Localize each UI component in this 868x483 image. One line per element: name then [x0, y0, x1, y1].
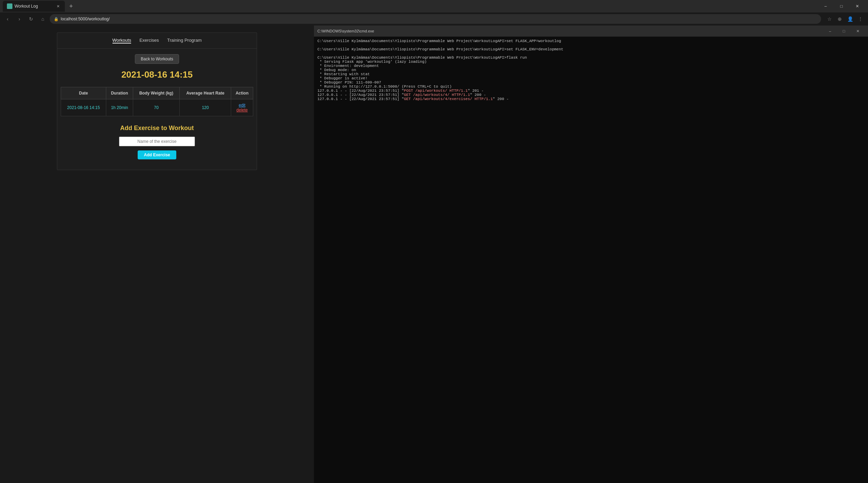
workout-table: Date Duration Body Weight (kg) Average H… — [61, 87, 253, 116]
app-nav: Workouts Exercises Training Program — [57, 33, 257, 49]
col-header-avg-heart-rate: Average Heart Rate — [180, 87, 231, 99]
active-tab[interactable]: Workout Log ✕ — [3, 1, 65, 12]
terminal-win-controls: – □ ✕ — [823, 27, 865, 35]
table-row: 2021-08-16 14:15 1h 20min 70 120 edit de… — [61, 99, 253, 116]
cell-avg-heart-rate: 120 — [180, 99, 231, 116]
address-bar-row: ‹ › ↻ ⌂ 🔒 localhost:5000/workoutlog/ ☆ ⊕… — [0, 12, 868, 26]
tab-title: Workout Log — [14, 4, 38, 9]
browser-chrome: Workout Log ✕ + – □ ✕ ‹ › ↻ ⌂ 🔒 localhos… — [0, 0, 868, 26]
cell-body-weight: 70 — [133, 99, 179, 116]
cell-date: 2021-08-16 14:15 — [61, 99, 106, 116]
workout-title: 2021-08-16 14:15 — [57, 69, 257, 80]
cell-action: edit delete — [231, 99, 253, 116]
terminal-title-bar: C:\WINDOWS\system32\cmd.exe – □ ✕ — [314, 26, 868, 37]
exercise-name-input[interactable] — [119, 137, 195, 146]
address-actions: ☆ ⊕ 👤 ⋮ — [825, 14, 865, 24]
edit-link[interactable]: edit — [234, 103, 250, 108]
window-controls: – □ ✕ — [818, 0, 865, 12]
nav-exercises[interactable]: Exercises — [139, 38, 159, 43]
terminal-section: C:\WINDOWS\system32\cmd.exe – □ ✕ C:\Use… — [314, 26, 868, 483]
profile-button[interactable]: 👤 — [845, 14, 855, 24]
tab-close-button[interactable]: ✕ — [55, 3, 61, 9]
main-layout: Workouts Exercises Training Program Back… — [0, 26, 868, 483]
terminal-output: C:\Users\Ville Kylmämaa\Documents\Yliopi… — [314, 37, 868, 483]
back-to-workouts-button[interactable]: Back to Workouts — [135, 54, 179, 64]
forward-nav-button[interactable]: › — [14, 14, 24, 24]
terminal-close[interactable]: ✕ — [851, 27, 865, 35]
tab-favicon — [7, 3, 12, 9]
menu-button[interactable]: ⋮ — [856, 14, 865, 24]
new-tab-button[interactable]: + — [66, 1, 76, 11]
add-exercise-button[interactable]: Add Exercise — [138, 150, 176, 159]
col-header-body-weight: Body Weight (kg) — [133, 87, 179, 99]
tab-bar: Workout Log ✕ + – □ ✕ — [0, 0, 868, 12]
col-header-date: Date — [61, 87, 106, 99]
home-button[interactable]: ⌂ — [38, 14, 48, 24]
col-header-duration: Duration — [106, 87, 133, 99]
cell-duration: 1h 20min — [106, 99, 133, 116]
minimize-button[interactable]: – — [818, 0, 834, 12]
url-text: localhost:5000/workoutlog/ — [61, 17, 110, 21]
delete-link[interactable]: delete — [234, 108, 250, 112]
add-exercise-title: Add Exercise to Workout — [57, 125, 257, 132]
col-header-action: Action — [231, 87, 253, 99]
browser-content: Workouts Exercises Training Program Back… — [0, 26, 314, 483]
extensions-button[interactable]: ⊕ — [835, 14, 845, 24]
app-container: Workouts Exercises Training Program Back… — [57, 32, 257, 170]
nav-training-program[interactable]: Training Program — [167, 38, 202, 43]
terminal-minimize[interactable]: – — [823, 27, 837, 35]
bookmark-button[interactable]: ☆ — [825, 14, 834, 24]
nav-workouts[interactable]: Workouts — [112, 38, 131, 43]
terminal-title: C:\WINDOWS\system32\cmd.exe — [317, 29, 374, 33]
back-nav-button[interactable]: ‹ — [3, 14, 12, 24]
address-bar[interactable]: 🔒 localhost:5000/workoutlog/ — [50, 14, 821, 24]
terminal-maximize[interactable]: □ — [837, 27, 851, 35]
table-header-row: Date Duration Body Weight (kg) Average H… — [61, 87, 253, 99]
add-exercise-section: Add Exercise to Workout Add Exercise — [57, 125, 257, 159]
refresh-button[interactable]: ↻ — [26, 14, 36, 24]
maximize-button[interactable]: □ — [834, 0, 849, 12]
security-icon: 🔒 — [54, 17, 59, 21]
close-button[interactable]: ✕ — [849, 0, 865, 12]
